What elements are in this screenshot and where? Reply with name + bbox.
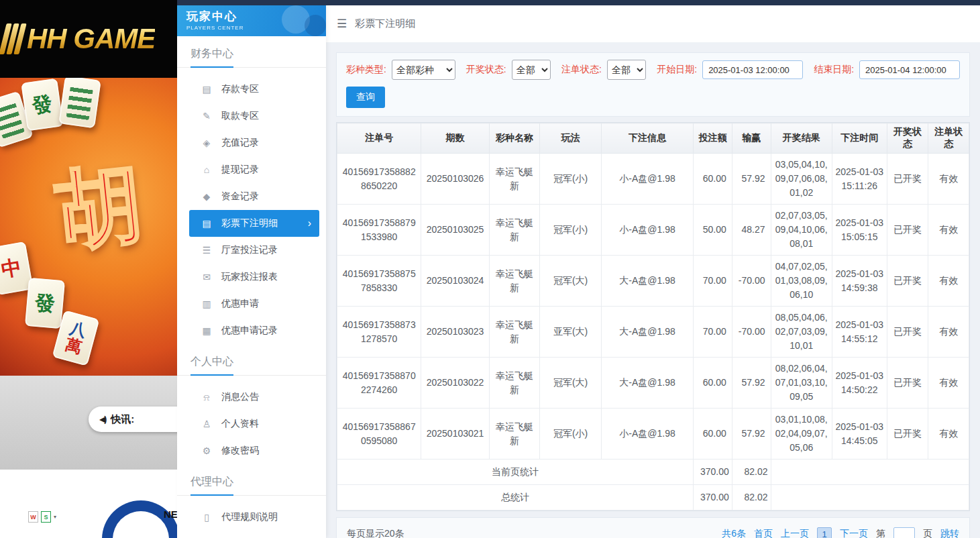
table-row: 40156917358882865022020250103026幸运飞艇新冠军(… <box>337 154 969 205</box>
speaker-icon: ◀) <box>99 415 105 424</box>
start-date-input[interactable] <box>702 60 803 79</box>
cell-period: 20250103025 <box>421 205 489 256</box>
sidebar-item-profile[interactable]: ♙个人资料 <box>177 411 326 437</box>
doc-icon[interactable]: W <box>28 511 38 523</box>
cell-bet-time: 2025-01-03 14:59:38 <box>832 256 887 307</box>
sidebar-item-deposit[interactable]: ▤存款专区 <box>177 76 326 103</box>
cell-bet-id: 401569173588828650220 <box>337 154 421 205</box>
sidebar-item-agent-rules[interactable]: ▯代理规则说明 <box>177 504 326 531</box>
sidebar-item-label: 厅室投注记录 <box>221 244 278 256</box>
recharge-records-icon: ◈ <box>201 138 212 148</box>
sidebar-item-label: 取款专区 <box>221 110 259 122</box>
logo-text: HH GAME <box>27 23 155 55</box>
cell-bet-time: 2025-01-03 14:45:05 <box>832 409 887 460</box>
partner-strip: W S ▾ NE <box>0 470 177 538</box>
sidebar-item-player-bet-report[interactable]: ✉玩家投注报表 <box>177 264 326 290</box>
prev-page-link[interactable]: 上一页 <box>781 528 809 538</box>
cell-bet-info: 大-A盘@1.98 <box>601 307 693 358</box>
promo-banner: 胡 發中發八萬 <box>0 78 177 376</box>
sidebar-item-agent-team[interactable]: ▦代理团队统计 <box>177 531 326 538</box>
column-header-draw-status: 开奖状态 <box>887 123 928 154</box>
stats-win-loss-total: 82.02 <box>732 460 771 485</box>
cell-bet-status: 有效 <box>928 205 969 256</box>
cell-bet-info: 大-A盘@1.98 <box>601 358 693 409</box>
sidebar: 玩家中心 PLAYERS CENTER 财务中心▤存款专区✎取款专区◈充值记录⌂… <box>177 0 326 538</box>
end-date-input[interactable] <box>859 60 960 79</box>
sidebar-item-message[interactable]: ⍾消息公告 <box>177 384 326 411</box>
column-header-period: 期数 <box>421 123 489 154</box>
table-row: 40156917358879153398020250103025幸运飞艇新冠军(… <box>337 205 969 256</box>
cell-bet-amount: 60.00 <box>694 154 732 205</box>
cell-draw-status: 已开奖 <box>887 307 928 358</box>
cell-win-loss: 57.92 <box>732 358 771 409</box>
cell-period: 20250103022 <box>421 358 489 409</box>
sidebar-item-promo-apply[interactable]: ▥优惠申请 <box>177 290 326 317</box>
total-count-text: 共6条 <box>722 528 746 538</box>
cell-bet-time: 2025-01-03 15:11:26 <box>832 154 887 205</box>
news-ticker-strip: ◀) 快讯: <box>0 376 177 470</box>
sidebar-item-funds-records[interactable]: ◆资金记录 <box>177 183 326 210</box>
cell-bet-id: 401569173588791533980 <box>337 205 421 256</box>
page-stats-row: 当前页统计370.0082.02 <box>337 460 969 485</box>
cell-bet-id: 401569173588670595080 <box>337 409 421 460</box>
cell-bet-amount: 50.00 <box>694 205 732 256</box>
filter-panel: 彩种类型: 全部彩种 开奖状态: 全部 注单状态: 全部 开始日期: 结束日期: <box>336 52 970 117</box>
first-page-link[interactable]: 首页 <box>754 528 773 538</box>
search-button[interactable]: 查询 <box>346 87 385 108</box>
stats-bet-total: 370.00 <box>694 485 732 510</box>
bet-status-label: 注单状态: <box>561 64 602 76</box>
sidebar-item-hall-bet-records[interactable]: ☰厅室投注记录 <box>177 237 326 264</box>
app-root: HH GAME 胡 發中發八萬 ◀) 快讯: W S ▾ NE <box>0 0 980 538</box>
current-page-indicator[interactable]: 1 <box>817 527 832 538</box>
column-header-bet-time: 下注时间 <box>832 123 887 154</box>
column-header-bet-info: 下注信息 <box>601 123 693 154</box>
sidebar-item-promo-apply-records[interactable]: ▦优惠申请记录 <box>177 317 326 344</box>
caret-icon[interactable]: ▾ <box>54 514 56 520</box>
mahjong-tile: 發 <box>25 278 65 329</box>
cell-bet-amount: 60.00 <box>694 409 732 460</box>
sidebar-item-withdraw[interactable]: ✎取款专区 <box>177 103 326 129</box>
jump-suffix-text: 页 <box>923 528 932 538</box>
cell-win-loss: 57.92 <box>732 409 771 460</box>
hall-bet-records-icon: ☰ <box>201 245 212 256</box>
lottery-bet-details-icon: ▤ <box>201 218 212 229</box>
jump-prefix-text: 第 <box>876 528 885 538</box>
lottery-type-label: 彩种类型: <box>346 64 386 76</box>
message-icon: ⍾ <box>201 392 212 403</box>
sidebar-item-password[interactable]: ⚙修改密码 <box>177 437 326 464</box>
bet-status-select[interactable]: 全部 <box>607 60 646 80</box>
sidebar-item-withdrawal-records[interactable]: ⌂提现记录 <box>177 156 326 183</box>
cell-bet-amount: 60.00 <box>694 358 732 409</box>
pager: 共6条 首页 上一页 1 下一页 第 页 跳转 <box>722 527 959 538</box>
table-header-row: 注单号期数彩种名称玩法下注信息投注额输赢开奖结果下注时间开奖状态注单状态 <box>337 123 969 154</box>
cell-draw-result: 03,05,04,10,09,07,06,08,01,02 <box>771 154 832 205</box>
partner-text: NE <box>164 508 177 520</box>
cell-draw-result: 03,01,10,08,02,04,09,07,05,06 <box>771 409 832 460</box>
logo-bars-icon <box>0 23 27 54</box>
hamburger-icon[interactable]: ☰ <box>337 17 347 31</box>
mahjong-tile: 發 <box>21 78 63 131</box>
deposit-icon: ▤ <box>201 84 212 95</box>
sheet-icon[interactable]: S <box>41 511 51 523</box>
stats-empty <box>771 460 969 485</box>
content-area: 彩种类型: 全部彩种 开奖状态: 全部 注单状态: 全部 开始日期: 结束日期: <box>326 42 980 538</box>
cell-play-type: 冠军(小) <box>540 154 602 205</box>
sidebar-header: 玩家中心 PLAYERS CENTER <box>177 5 326 36</box>
site-logo: HH GAME <box>0 0 177 78</box>
cell-draw-result: 08,02,06,04,07,01,03,10,09,05 <box>771 358 832 409</box>
sidebar-item-lottery-bet-details[interactable]: ▤彩票下注明细› <box>189 210 319 237</box>
page-jump-input[interactable] <box>893 527 915 538</box>
next-page-link[interactable]: 下一页 <box>840 528 868 538</box>
table-row: 40156917358867059508020250103021幸运飞艇新冠军(… <box>337 409 969 460</box>
jump-button[interactable]: 跳转 <box>940 528 959 538</box>
cell-win-loss: 57.92 <box>732 154 771 205</box>
players-center-subtitle: PLAYERS CENTER <box>186 25 326 31</box>
ticker-label: 快讯: <box>111 413 134 426</box>
sidebar-item-recharge-records[interactable]: ◈充值记录 <box>177 129 326 156</box>
cell-bet-id: 401569173588731278570 <box>337 307 421 358</box>
draw-status-select[interactable]: 全部 <box>512 60 551 80</box>
lottery-type-select[interactable]: 全部彩种 <box>392 60 455 80</box>
cell-draw-status: 已开奖 <box>887 358 928 409</box>
sidebar-item-label: 彩票下注明细 <box>221 217 278 229</box>
news-ticker-pill: ◀) 快讯: <box>89 407 177 432</box>
